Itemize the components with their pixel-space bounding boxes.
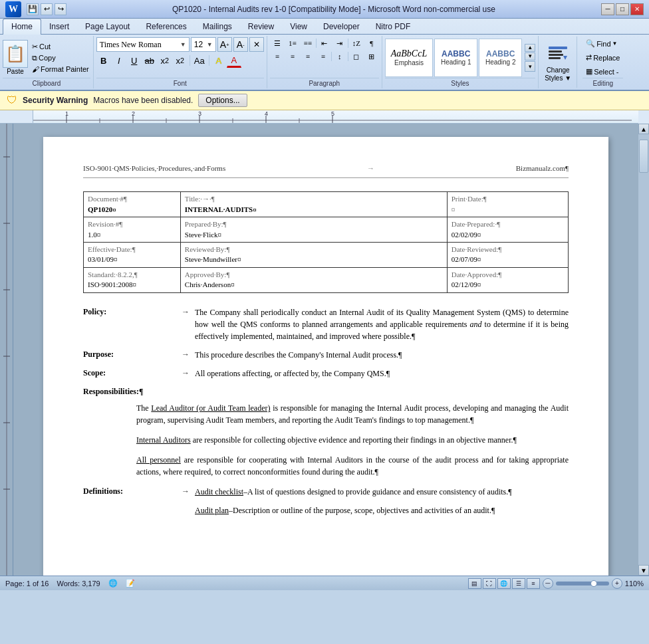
scroll-down-button[interactable]: ▼	[638, 565, 649, 576]
show-marks-button[interactable]: ¶	[364, 37, 379, 49]
change-styles-button[interactable]: ChangeStyles ▼	[539, 36, 577, 88]
zoom-in-button[interactable]: +	[612, 578, 622, 589]
redo-icon[interactable]: ↪	[55, 3, 66, 15]
language-indicator: 🌐	[108, 579, 118, 588]
scope-arrow-icon: →	[182, 368, 190, 379]
heading2-label: Heading 2	[485, 58, 516, 66]
date-reviewed-value: 02/07/09¤	[452, 255, 481, 263]
undo-icon[interactable]: ↩	[41, 3, 53, 15]
borders-button[interactable]: ⊞	[364, 51, 379, 62]
font-name-input[interactable]: Times New Roman ▼	[96, 37, 190, 52]
maximize-button[interactable]: □	[616, 3, 629, 15]
sort-button[interactable]: ↕Z	[349, 37, 364, 49]
tab-review[interactable]: Review	[240, 19, 282, 34]
vertical-scrollbar: ▲ ▼	[638, 124, 649, 576]
para-divider3	[331, 52, 332, 61]
styles-scroll: ▲ ▼ ▾	[525, 44, 535, 72]
table-cell-standard: Standard:·8.2.2,¶ ISO·9001:2008¤	[84, 267, 181, 292]
shading-button[interactable]: ◻	[349, 51, 364, 62]
draft-view-button[interactable]: ≡	[527, 578, 540, 589]
underline-button[interactable]: U	[127, 53, 142, 68]
definitions-content: Audit checklist–A list of questions desi…	[195, 486, 569, 516]
align-left-button[interactable]: ≡	[270, 51, 285, 62]
ribbon: Home Insert Page Layout References Maili…	[0, 19, 649, 91]
find-button[interactable]: 🔍 Find ▼	[583, 37, 623, 50]
tab-references[interactable]: References	[138, 19, 194, 34]
styles-scroll-up[interactable]: ▲	[525, 44, 535, 52]
tab-home[interactable]: Home	[3, 19, 41, 35]
increase-indent-button[interactable]: ⇥	[332, 37, 347, 49]
definitions-arrow-icon: →	[182, 486, 190, 497]
styles-more-button[interactable]: ▾	[525, 61, 535, 72]
emphasis-style-button[interactable]: AaBbCcL Emphasis	[385, 39, 433, 77]
close-button[interactable]: ✕	[630, 3, 644, 15]
tab-mailings[interactable]: Mailings	[195, 19, 240, 34]
decrease-indent-button[interactable]: ⇤	[317, 37, 332, 49]
bullets-button[interactable]: ☰	[270, 37, 285, 49]
minimize-button[interactable]: ─	[601, 3, 614, 15]
subscript-button[interactable]: x2	[158, 53, 172, 68]
find-arrow-icon: ▼	[612, 41, 618, 47]
internal-auditors-text: Internal Auditors	[136, 435, 191, 445]
purpose-content: This procedure describes the Company's I…	[195, 349, 569, 361]
resp-para2: Internal Auditors are responsible for co…	[136, 434, 569, 446]
responsibilities-title: Responsibilities:¶	[83, 386, 569, 397]
full-screen-button[interactable]: ⛶	[483, 578, 496, 589]
line-spacing-button[interactable]: ↕	[332, 51, 347, 62]
print-layout-button[interactable]: ▤	[468, 578, 481, 589]
left-ruler	[0, 110, 33, 124]
policy-content: The Company shall periodically conduct a…	[195, 306, 569, 342]
heading1-style-button[interactable]: AABBC Heading 1	[434, 39, 477, 77]
paste-button[interactable]: 📋 Paste	[3, 40, 28, 75]
heading2-style-button[interactable]: AABBC Heading 2	[479, 39, 522, 77]
window-title: QP1020 - Internal Audits rev 1-0 [Compat…	[66, 5, 601, 14]
policy-section: Policy: → The Company shall periodically…	[83, 306, 569, 342]
web-layout-button[interactable]: 🌐	[497, 578, 511, 589]
paragraph-group: ☰ 1≡ ≡≡ ⇤ ⇥ ↕Z ¶ ≡ ≡ ≡ ≡ ↕ ◻ ⊞ Pa	[267, 36, 382, 88]
font-size-input[interactable]: 12 ▼	[191, 37, 216, 52]
justify-button[interactable]: ≡	[316, 51, 330, 62]
outline-view-button[interactable]: ☰	[512, 578, 525, 589]
multilevel-button[interactable]: ≡≡	[301, 37, 315, 49]
replace-icon: ⇄	[586, 53, 592, 62]
highlight-button[interactable]: A	[211, 53, 226, 68]
change-case-button[interactable]: Aa	[192, 53, 207, 68]
security-bar: 🛡 Security Warning Macros have been disa…	[0, 91, 649, 110]
replace-button[interactable]: ⇄ Replace	[583, 51, 623, 64]
zoom-out-button[interactable]: ─	[543, 578, 553, 589]
tab-developer[interactable]: Developer	[315, 19, 368, 34]
zoom-thumb[interactable]	[590, 580, 597, 587]
tab-view[interactable]: View	[282, 19, 315, 34]
emphasis-preview: AaBbCcL	[391, 49, 427, 59]
align-right-button[interactable]: ≡	[301, 51, 315, 62]
tab-page-layout[interactable]: Page Layout	[77, 19, 138, 34]
superscript-button[interactable]: x2	[173, 53, 188, 68]
scroll-thumb[interactable]	[639, 140, 648, 173]
security-shield-icon: 🛡	[7, 94, 17, 106]
scroll-up-button[interactable]: ▲	[638, 124, 649, 134]
format-painter-button[interactable]: 🖌 Format Painter	[31, 64, 90, 74]
select-button[interactable]: ▦ Select -	[583, 65, 623, 78]
svg-rect-2	[549, 54, 563, 56]
table-cell-approved-by: Approved·By:¶ Chris·Anderson¤	[180, 267, 447, 292]
clear-formatting-button[interactable]: ✕	[249, 37, 264, 52]
italic-button[interactable]: I	[112, 53, 126, 68]
numbering-button[interactable]: 1≡	[285, 37, 300, 49]
styles-scroll-down[interactable]: ▼	[525, 53, 535, 60]
center-button[interactable]: ≡	[285, 51, 300, 62]
standard-value: ISO·9001:2008¤	[88, 280, 136, 288]
tab-insert[interactable]: Insert	[41, 19, 77, 34]
font-color-button[interactable]: A	[227, 53, 241, 68]
clipboard-group-content: 📋 Paste ✂ Cut ⧉ Copy 🖌 Format Painter	[3, 37, 90, 78]
bold-button[interactable]: B	[96, 53, 111, 68]
font-shrink-button[interactable]: A-	[233, 37, 248, 52]
strikethrough-button[interactable]: ab	[142, 53, 157, 68]
font-grow-button[interactable]: A+	[217, 37, 232, 52]
cut-button[interactable]: ✂ Cut	[31, 42, 90, 52]
reviewed-by-value: Steve·Mundwiller¤	[185, 255, 241, 263]
para-divider	[316, 39, 317, 48]
save-icon[interactable]: 💾	[27, 3, 39, 15]
copy-button[interactable]: ⧉ Copy	[31, 53, 90, 63]
options-button[interactable]: Options...	[198, 94, 247, 107]
tab-nitro[interactable]: Nitro PDF	[368, 19, 419, 34]
